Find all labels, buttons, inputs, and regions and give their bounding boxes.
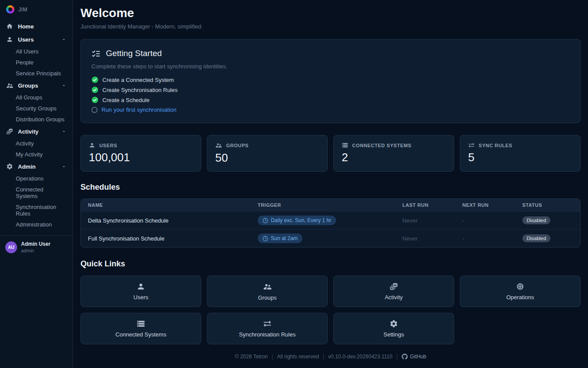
app-logo[interactable]: JIM [0,4,73,20]
sidebar-item-operations[interactable]: Operations [0,173,73,184]
getting-started-subtitle: Complete these steps to start synchronis… [91,63,570,70]
person-icon [89,142,95,149]
check-circle-icon [91,86,98,93]
stat-value: 100,001 [89,151,193,164]
github-link[interactable]: GitHub [402,354,426,360]
home-icon [6,23,13,30]
getting-started-step: Create a Schedule [91,96,570,103]
column-header-trigger: TRIGGER [251,199,396,212]
trigger-badge: Sun at 2am [258,234,302,243]
sidebar-section-admin[interactable]: Admin [0,160,73,173]
chevron-up-icon [61,83,66,88]
footer-rights: All rights reserved [277,354,319,360]
stat-card-groups[interactable]: GROUPS 50 [207,135,328,172]
getting-started-step: Create Synchronisation Rules [91,86,570,93]
quick-links-grid: Users Groups Activity Operations Connect… [80,276,581,344]
sidebar-item-distribution-groups[interactable]: Distribution Groups [0,114,73,125]
sidebar-item-security-groups[interactable]: Security Groups [0,103,73,114]
next-run-value: - [455,212,515,230]
quick-link-synchronisation-rules[interactable]: Synchronisation Rules [207,313,328,344]
sidebar-item-activity[interactable]: Activity [0,138,73,149]
sidebar-item-administration[interactable]: Administration [0,219,73,230]
footer-divider [323,354,324,360]
page-subtitle: Junctional Identity Manager - Modern, si… [80,23,581,30]
getting-started-step-link[interactable]: Run your first synchronisation [91,106,570,113]
avatar: AU [5,241,17,253]
last-run-value: Never [396,212,455,230]
sidebar-item-home[interactable]: Home [0,20,73,33]
column-header-next-run: NEXT RUN [455,199,515,212]
quick-link-groups[interactable]: Groups [207,276,328,307]
chevron-up-icon [61,37,66,42]
table-header-row: NAME TRIGGER LAST RUN NEXT RUN STATUS [81,199,580,212]
gear-icon [389,319,398,328]
page-title: Welcome [80,6,581,20]
sidebar-item-service-principals[interactable]: Service Principals [0,68,73,79]
column-header-last-run: LAST RUN [396,199,455,212]
sidebar-section-label: Groups [18,82,38,89]
sync-arrows-icon [263,319,272,328]
person-icon [136,282,145,291]
sidebar-section-activity[interactable]: Activity [0,125,73,138]
sync-arrows-icon [468,142,475,149]
sidebar-item-connected-systems[interactable]: Connected Systems [0,184,73,202]
status-badge: Disabled [522,216,551,224]
stat-value: 2 [342,151,446,164]
cpu-icon [516,282,525,291]
check-circle-icon [91,96,98,103]
user-username: admin [21,248,50,253]
column-header-name: NAME [81,199,251,212]
quick-link-settings[interactable]: Settings [333,313,454,344]
stat-card-sync-rules[interactable]: SYNC RULES 5 [460,135,581,172]
footer-copyright: © 2026 Tetron [235,354,268,360]
sidebar-section-label: Admin [18,163,35,170]
main-content: Welcome Junctional Identity Manager - Mo… [73,0,588,368]
app-logo-text: JIM [18,7,28,13]
getting-started-card: Getting Started Complete these steps to … [80,39,581,123]
schedule-name: Full Synchronisation Schedule [81,230,251,248]
github-icon [402,354,408,360]
table-row[interactable]: Delta Synchronisation Schedule Daily exc… [81,212,580,230]
quick-links-heading: Quick Links [80,259,581,269]
footer-divider [272,354,273,360]
sidebar-section-groups[interactable]: Groups [0,79,73,92]
trigger-badge: Daily exc. Sun, Every 1 hr [258,216,336,225]
user-name: Admin User [21,241,50,247]
sidebar-item-all-groups[interactable]: All Groups [0,92,73,103]
stats-row: USERS 100,001 GROUPS 50 CONNECTED SYSTEM… [80,135,581,172]
sidebar-section-users[interactable]: Users [0,33,73,46]
status-badge: Disabled [522,234,551,242]
stat-card-connected-systems[interactable]: CONNECTED SYSTEMS 2 [333,135,454,172]
list-checks-icon [91,49,101,58]
stat-card-users[interactable]: USERS 100,001 [80,135,201,172]
server-icon [342,142,348,149]
schedules-heading: Schedules [80,183,581,192]
last-run-value: Never [396,230,455,248]
sidebar-item-my-activity[interactable]: My Activity [0,149,73,160]
getting-started-step: Create a Connected System [91,76,570,83]
clock-icon [262,218,268,223]
quick-link-activity[interactable]: Activity [333,276,454,307]
quick-link-connected-systems[interactable]: Connected Systems [80,313,201,344]
quick-link-users[interactable]: Users [80,276,201,307]
footer-version: v0.10.0-dev.20260423.1110 [328,354,392,360]
table-row[interactable]: Full Synchronisation Schedule Sun at 2am… [81,230,580,248]
schedule-name: Delta Synchronisation Schedule [81,212,251,230]
sidebar-item-people[interactable]: People [0,57,73,68]
app-logo-icon [6,5,14,14]
sidebar-item-all-users[interactable]: All Users [0,46,73,57]
sidebar-item-synchronisation-rules[interactable]: Synchronisation Rules [0,202,73,219]
sidebar: JIM Home Users All Users People Service … [0,0,73,368]
quick-link-operations[interactable]: Operations [460,276,581,307]
footer: © 2026 Tetron All rights reserved v0.10.… [80,354,581,360]
getting-started-title: Getting Started [106,49,162,58]
chevron-up-icon [61,164,66,169]
gear-icon [6,163,13,170]
sidebar-user[interactable]: AU Admin User admin [0,236,73,258]
stat-value: 50 [215,151,319,165]
layers-icon [389,282,398,291]
chevron-up-icon [61,129,66,134]
sidebar-nav: Home Users All Users People Service Prin… [0,20,73,230]
sidebar-item-label: Home [18,23,34,30]
sidebar-section-label: Users [18,36,34,43]
